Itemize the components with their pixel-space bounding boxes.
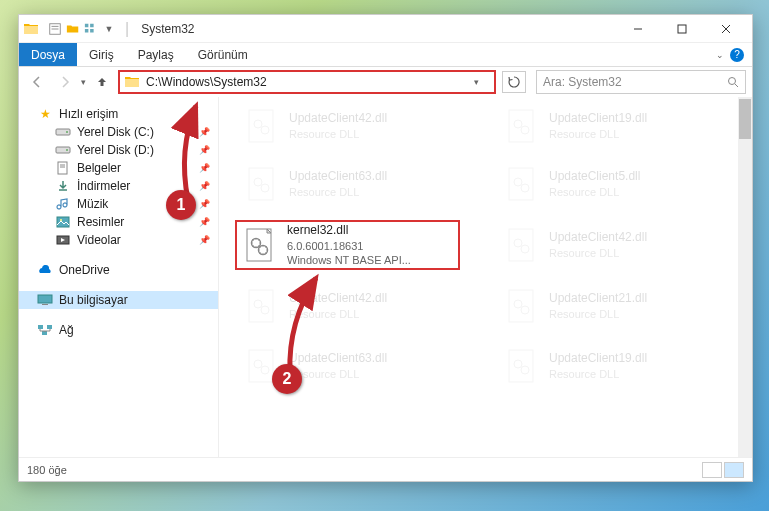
sidebar-item-label: Belgeler: [77, 161, 121, 175]
sidebar-item-music[interactable]: Müzik📌: [19, 195, 218, 213]
qat-newfolder-icon[interactable]: [65, 21, 81, 37]
pin-icon: 📌: [199, 163, 210, 173]
search-input[interactable]: Ara: System32: [536, 70, 746, 94]
file-item[interactable]: UpdateClient42.dllResource DLL: [239, 101, 464, 151]
close-button[interactable]: [704, 15, 748, 43]
explorer-window: ▼ | System32 Dosya Giriş Paylaş Görünüm …: [18, 14, 753, 482]
star-icon: ★: [37, 107, 53, 121]
quick-access-header[interactable]: ★ Hızlı erişim: [19, 105, 218, 123]
file-item[interactable]: UpdateClient21.dllResource DLL: [499, 281, 724, 331]
drive-icon: [55, 125, 71, 139]
dll-icon: [245, 166, 281, 202]
network-header[interactable]: Ağ: [19, 321, 218, 339]
pin-icon: 📌: [199, 217, 210, 227]
help-icon[interactable]: ?: [730, 48, 744, 62]
qat-dropdown-icon[interactable]: ▼: [101, 21, 117, 37]
ribbon-expand-icon[interactable]: ⌄: [716, 50, 724, 60]
qat-view-icon[interactable]: [83, 21, 99, 37]
file-version: 6.0.6001.18631: [287, 239, 411, 253]
history-dropdown-icon[interactable]: ▾: [81, 77, 86, 87]
sidebar-item-local-d[interactable]: Yerel Disk (D:)📌: [19, 141, 218, 159]
search-icon: [727, 76, 739, 88]
thispc-icon: [37, 293, 53, 307]
svg-rect-20: [57, 217, 69, 227]
address-input[interactable]: C:\Windows\System32 ▾: [118, 70, 496, 94]
forward-button[interactable]: [53, 70, 77, 94]
pin-icon: 📌: [199, 235, 210, 245]
tab-share[interactable]: Paylaş: [126, 43, 186, 66]
sidebar-item-label: Ağ: [59, 323, 74, 337]
drive-icon: [55, 143, 71, 157]
quick-access-label: Hızlı erişim: [59, 107, 118, 121]
file-pane: UpdateClient42.dllResource DLL UpdateCli…: [219, 97, 752, 457]
file-item[interactable]: UpdateClient63.dllResource DLL: [239, 159, 464, 209]
sidebar-item-label: Videolar: [77, 233, 121, 247]
file-item[interactable]: UpdateClient5.dllResource DLL: [499, 159, 724, 209]
status-item-count: 180 öğe: [27, 464, 67, 476]
scrollbar[interactable]: [738, 97, 752, 457]
svg-rect-25: [38, 325, 43, 329]
qat-props-icon[interactable]: [47, 21, 63, 37]
view-details-button[interactable]: [702, 462, 722, 478]
svg-rect-23: [38, 295, 52, 303]
download-icon: [55, 179, 71, 193]
file-name: kernel32.dll: [287, 223, 411, 239]
view-tiles-button[interactable]: [724, 462, 744, 478]
back-button[interactable]: [25, 70, 49, 94]
pin-icon: 📌: [199, 181, 210, 191]
search-placeholder: Ara: System32: [543, 75, 727, 89]
sidebar-item-videos[interactable]: Videolar📌: [19, 231, 218, 249]
svg-point-11: [729, 78, 736, 85]
dll-icon: [245, 348, 281, 384]
file-item[interactable]: UpdateClient42.dllResource DLL: [499, 220, 724, 270]
refresh-button[interactable]: [502, 71, 526, 93]
sidebar-item-label: Yerel Disk (C:): [77, 125, 154, 139]
svg-rect-24: [42, 304, 48, 305]
file-item[interactable]: UpdateClient19.dllResource DLL: [499, 101, 724, 151]
videos-icon: [55, 233, 71, 247]
scroll-thumb[interactable]: [739, 99, 751, 139]
address-path: C:\Windows\System32: [146, 75, 474, 89]
address-bar: ▾ C:\Windows\System32 ▾ Ara: System32: [19, 67, 752, 97]
svg-rect-5: [85, 29, 89, 33]
file-item-kernel32[interactable]: kernel32.dll 6.0.6001.18631 Windows NT B…: [235, 220, 460, 270]
sidebar-item-local-c[interactable]: Yerel Disk (C:)📌: [19, 123, 218, 141]
nav-pane: ★ Hızlı erişim Yerel Disk (C:)📌 Yerel Di…: [19, 97, 219, 457]
music-icon: [55, 197, 71, 211]
dll-icon: [505, 348, 541, 384]
sidebar-item-docs[interactable]: Belgeler📌: [19, 159, 218, 177]
titlebar: ▼ | System32: [19, 15, 752, 43]
sidebar-item-downloads[interactable]: İndirmeler📌: [19, 177, 218, 195]
pin-icon: 📌: [199, 145, 210, 155]
file-item[interactable]: UpdateClient42.dllResource DLL: [239, 281, 464, 331]
sidebar-item-pictures[interactable]: Resimler📌: [19, 213, 218, 231]
svg-rect-4: [90, 23, 94, 27]
thispc-header[interactable]: Bu bilgisayar: [19, 291, 218, 309]
sidebar-item-label: Resimler: [77, 215, 124, 229]
tab-home[interactable]: Giriş: [77, 43, 126, 66]
file-item[interactable]: UpdateClient63.dllResource DLL: [239, 341, 464, 391]
folder-icon: [23, 21, 39, 37]
svg-rect-26: [47, 325, 52, 329]
svg-rect-8: [678, 25, 686, 33]
dll-icon: [243, 227, 279, 263]
dll-icon: [505, 108, 541, 144]
up-button[interactable]: [90, 70, 114, 94]
dll-icon: [245, 108, 281, 144]
network-icon: [37, 323, 53, 337]
file-item[interactable]: UpdateClient19.dllResource DLL: [499, 341, 724, 391]
ribbon-tabs: Dosya Giriş Paylaş Görünüm ⌄ ?: [19, 43, 752, 67]
tab-file[interactable]: Dosya: [19, 43, 77, 66]
tab-view[interactable]: Görünüm: [186, 43, 260, 66]
svg-line-12: [735, 84, 738, 87]
address-dropdown-icon[interactable]: ▾: [474, 77, 490, 87]
folder-icon: [124, 74, 140, 90]
onedrive-icon: [37, 263, 53, 277]
minimize-button[interactable]: [616, 15, 660, 43]
maximize-button[interactable]: [660, 15, 704, 43]
dll-icon: [245, 288, 281, 324]
docs-icon: [55, 161, 71, 175]
dll-icon: [505, 288, 541, 324]
file-desc: Windows NT BASE API...: [287, 253, 411, 267]
onedrive-header[interactable]: OneDrive: [19, 261, 218, 279]
